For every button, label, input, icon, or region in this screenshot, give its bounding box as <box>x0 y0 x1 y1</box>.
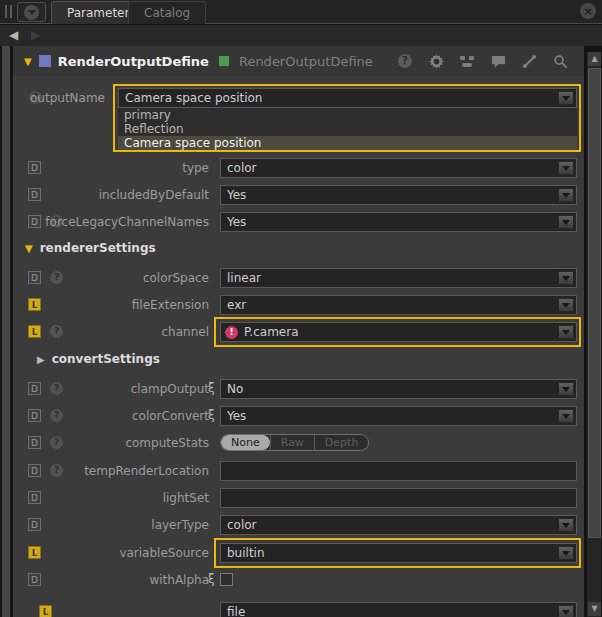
outputname-dropdown[interactable]: Camera space position <box>118 88 577 108</box>
forcelegacychannelnames-dropdown[interactable]: Yes <box>220 212 577 232</box>
channel-dropdown[interactable]: ! P.camera <box>220 322 577 342</box>
comment-icon <box>491 54 506 69</box>
param-label-clampoutput: clampOutput <box>13 382 209 396</box>
scrollbar-thumb[interactable] <box>588 68 601 538</box>
group-label: convertSettings <box>52 352 160 366</box>
param-row-layertype: D layerType color <box>13 515 584 535</box>
katana-parameters-pane: Parameters Catalog × ◀ ▶ ▼ RenderOutputD… <box>0 0 602 617</box>
history-nav-bar: ◀ ▶ <box>0 25 602 46</box>
dropdown-arrow-icon <box>558 382 574 396</box>
group-label: rendererSettings <box>40 241 156 255</box>
back-arrow-button[interactable]: ◀ <box>9 28 18 42</box>
dropdown-arrow-icon <box>558 325 574 339</box>
state-widget-icon[interactable]: ξ <box>208 381 215 395</box>
lightset-input[interactable] <box>220 488 577 508</box>
dropdown-arrow-icon <box>558 409 574 423</box>
node-state-swatch-icon[interactable] <box>219 56 229 66</box>
dropdown-arrow-icon <box>558 271 574 285</box>
dropdown-value: No <box>221 382 558 396</box>
node-view-icon <box>459 54 475 69</box>
param-label-forcelegacychannelnames: forceLegacyChannelNames <box>13 215 209 229</box>
dropdown-value: Yes <box>221 409 558 423</box>
segment-none[interactable]: None <box>221 435 270 450</box>
dropdown-option-reflection[interactable]: Reflection <box>118 122 577 136</box>
outputname-dropdown-list: primary Reflection Camera space position <box>118 108 577 150</box>
comment-button[interactable] <box>490 53 506 69</box>
dropdown-value: P.camera <box>238 325 558 339</box>
dropdown-value: color <box>221 161 558 175</box>
wrench-icon <box>522 54 537 69</box>
gear-icon <box>429 54 444 69</box>
tab-catalog[interactable]: Catalog <box>128 1 206 24</box>
node-expand-icon[interactable]: ▼ <box>24 56 32 67</box>
dropdown-value: exr <box>221 298 558 312</box>
temprenderlocation-input[interactable] <box>220 461 577 481</box>
close-icon: × <box>583 5 592 18</box>
parameters-panel: ▼ RenderOutputDefine RenderOutputDefine … <box>13 46 584 617</box>
state-widget-icon[interactable]: ξ <box>208 408 215 422</box>
pane-grip-icon[interactable] <box>5 5 12 18</box>
tab-parameters-label: Parameters <box>67 6 136 20</box>
param-row-includedbydefault: D includedByDefault Yes <box>13 185 584 205</box>
help-button[interactable]: ? <box>397 53 413 69</box>
scroll-down-button[interactable]: ▼ <box>588 602 601 616</box>
dropdown-option-primary[interactable]: primary <box>118 108 577 122</box>
param-row-colorspace: D ? colorSpace linear <box>13 268 584 288</box>
dropdown-arrow-icon <box>558 518 574 532</box>
partial-dropdown[interactable]: file <box>220 602 577 617</box>
dropdown-arrow-icon <box>558 546 574 560</box>
dropdown-value: Camera space position <box>119 91 558 105</box>
node-header-toolbar: ? <box>397 53 568 69</box>
dropdown-arrow-icon <box>558 161 574 175</box>
group-collapse-icon: ▶ <box>37 354 45 365</box>
param-row-type: D type color <box>13 158 584 178</box>
fileextension-dropdown[interactable]: exr <box>220 295 577 315</box>
state-widget-icon[interactable]: ξ <box>208 572 215 586</box>
dropdown-value: builtin <box>221 546 558 560</box>
param-row-colorconvert: D ? colorConvert ξ Yes <box>13 406 584 426</box>
search-button[interactable] <box>552 53 568 69</box>
tab-catalog-label: Catalog <box>144 6 190 20</box>
type-dropdown[interactable]: color <box>220 158 577 178</box>
error-icon: ! <box>225 326 238 339</box>
param-row-variablesource: L variableSource builtin <box>13 543 584 563</box>
includedbydefault-dropdown[interactable]: Yes <box>220 185 577 205</box>
node-view-button[interactable] <box>459 53 475 69</box>
node-color-swatch-icon[interactable] <box>39 55 51 67</box>
group-convertsettings[interactable]: ▶ convertSettings <box>37 350 160 368</box>
scroll-up-button[interactable]: ▲ <box>588 52 601 66</box>
param-row-fileextension: L fileExtension exr <box>13 295 584 315</box>
param-row-partial: L file <box>13 602 584 617</box>
dropdown-value: color <box>221 518 558 532</box>
param-row-forcelegacychannelnames: D ? forceLegacyChannelNames Yes <box>13 212 584 232</box>
layertype-dropdown[interactable]: color <box>220 515 577 535</box>
clampoutput-dropdown[interactable]: No <box>220 379 577 399</box>
colorconvert-dropdown[interactable]: Yes <box>220 406 577 426</box>
dropdown-arrow-icon <box>558 215 574 229</box>
close-pane-button[interactable]: × <box>580 3 596 19</box>
param-label-withalpha: withAlpha <box>13 573 209 587</box>
forward-arrow-button[interactable]: ▶ <box>31 28 40 42</box>
pane-menu-button[interactable] <box>17 2 46 22</box>
segment-depth[interactable]: Depth <box>314 435 369 450</box>
param-label-colorspace: colorSpace <box>13 271 209 285</box>
param-label-includedbydefault: includedByDefault <box>13 188 209 202</box>
colorspace-dropdown[interactable]: linear <box>220 268 577 288</box>
help-icon: ? <box>398 54 412 68</box>
local-state-badge[interactable]: L <box>39 605 52 617</box>
group-renderersettings[interactable]: ▼ rendererSettings <box>25 239 156 257</box>
dropdown-option-camera-space-position[interactable]: Camera space position <box>118 136 577 150</box>
withalpha-checkbox[interactable] <box>220 573 233 586</box>
variablesource-dropdown[interactable]: builtin <box>220 543 577 563</box>
segment-raw[interactable]: Raw <box>270 435 314 450</box>
dropdown-value: linear <box>221 271 558 285</box>
node-title: RenderOutputDefine <box>58 54 209 69</box>
param-label-colorconvert: colorConvert <box>13 409 209 423</box>
dropdown-arrow-icon <box>558 605 574 617</box>
param-label-temprenderlocation: tempRenderLocation <box>13 464 209 478</box>
gear-button[interactable] <box>428 53 444 69</box>
param-label-variablesource: variableSource <box>13 546 209 560</box>
dropdown-arrow-icon <box>558 188 574 202</box>
wrench-button[interactable] <box>521 53 537 69</box>
pane-side-strip <box>2 46 10 617</box>
